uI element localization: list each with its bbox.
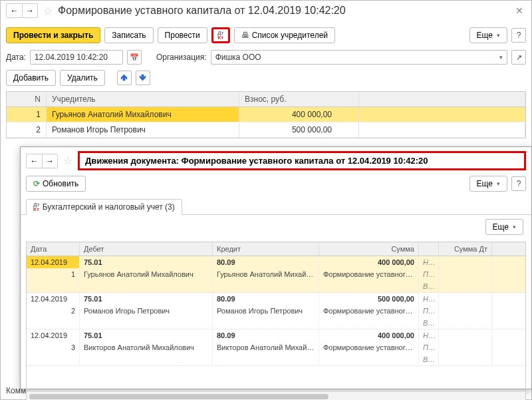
founders-list-button[interactable]: 🖶 Список учредителей: [234, 27, 335, 43]
table-row[interactable]: 1Гурьянов Анатолий Михайлович400 000,00: [7, 107, 525, 122]
col-n: N: [7, 92, 47, 106]
refresh-button[interactable]: ⟳ Обновить: [26, 176, 86, 192]
grid-more-button[interactable]: Еще ▾: [485, 219, 523, 235]
table-row[interactable]: 2Романов Игорь Петрович500 000,00: [7, 122, 525, 138]
refresh-icon: ⟳: [33, 179, 40, 188]
save-button[interactable]: Записать: [104, 27, 153, 43]
add-row-button[interactable]: Добавить: [6, 70, 56, 86]
founders-grid: N Учредитель Взнос, руб. 1Гурьянов Анато…: [6, 91, 526, 138]
movements-grid: Дата Дебет Кредит Сумма Сумма Дт 12.04.2…: [26, 242, 526, 400]
refresh-label: Обновить: [43, 179, 78, 188]
chevron-down-icon: ▾: [513, 224, 516, 230]
more-label: Еще: [477, 31, 493, 40]
favorite-icon[interactable]: ☆: [41, 5, 55, 17]
scroll-thumb[interactable]: [29, 394, 329, 399]
date-field[interactable]: 12.04.2019 10:42:20: [30, 50, 123, 65]
calendar-button[interactable]: 📅: [127, 50, 142, 65]
inner-favorite-icon[interactable]: ☆: [61, 154, 75, 167]
mv-col-debit: Дебет: [80, 242, 213, 256]
horizontal-scrollbar[interactable]: [27, 391, 525, 400]
founders-list-label: Список учредителей: [252, 31, 328, 40]
inner-nav-forward-button[interactable]: →: [42, 154, 58, 168]
date-label: Дата:: [6, 53, 26, 62]
nav-back-button[interactable]: ←: [6, 3, 22, 18]
col-amount: Взнос, руб.: [239, 92, 359, 106]
help-button[interactable]: ?: [511, 28, 526, 43]
inner-help-button[interactable]: ?: [511, 176, 526, 191]
chevron-down-icon: ▾: [497, 180, 500, 187]
close-icon[interactable]: ✕: [513, 5, 526, 16]
move-up-button[interactable]: 🡹: [117, 71, 132, 85]
org-label: Организация:: [156, 53, 207, 62]
movements-title: Движения документа: Формирование уставно…: [78, 151, 526, 170]
window-title: Формирование уставного капитала от 12.04…: [58, 5, 510, 17]
chevron-down-icon: ▾: [497, 32, 500, 39]
movements-window: ← → ☆ Движения документа: Формирование у…: [20, 146, 532, 389]
tab-accounting[interactable]: ДтКт Бухгалтерский и налоговый учет (3): [26, 199, 182, 215]
mv-col-date: Дата: [27, 242, 80, 256]
chevron-down-icon: ▾: [499, 54, 503, 61]
organization-field[interactable]: Фишка ООО ▾: [211, 50, 507, 65]
mv-col-sumdt: Сумма Дт: [439, 242, 492, 256]
more-button[interactable]: Еще ▾: [469, 27, 507, 43]
print-icon: 🖶: [241, 31, 249, 40]
nav-forward-button[interactable]: →: [22, 3, 38, 18]
dt-kt-button[interactable]: ДтКт: [211, 27, 230, 43]
dt-kt-icon: ДтКт: [217, 31, 224, 40]
open-org-button[interactable]: ↗: [511, 50, 526, 65]
movement-entry[interactable]: 12.04.201975.0180.09400 000,00НУ:1Гурьян…: [27, 256, 525, 293]
post-button[interactable]: Провести: [158, 27, 207, 43]
movement-entry[interactable]: 12.04.201975.0180.09400 000,00НУ:3Виктор…: [27, 329, 525, 366]
inner-nav-back-button[interactable]: ←: [26, 154, 42, 168]
col-founder: Учредитель: [47, 92, 239, 106]
mv-col-credit: Кредит: [213, 242, 319, 256]
inner-more-button[interactable]: Еще ▾: [469, 176, 507, 192]
movement-entry[interactable]: 12.04.201975.0180.09500 000,00НУ:2Романо…: [27, 293, 525, 329]
delete-row-button[interactable]: Удалить: [60, 70, 105, 86]
dt-kt-icon: ДтКт: [33, 202, 40, 212]
mv-col-sum: Сумма: [319, 242, 419, 256]
post-and-close-button[interactable]: Провести и закрыть: [6, 27, 100, 43]
tab-label: Бухгалтерский и налоговый учет (3): [43, 202, 175, 212]
move-down-button[interactable]: 🡻: [136, 71, 150, 85]
